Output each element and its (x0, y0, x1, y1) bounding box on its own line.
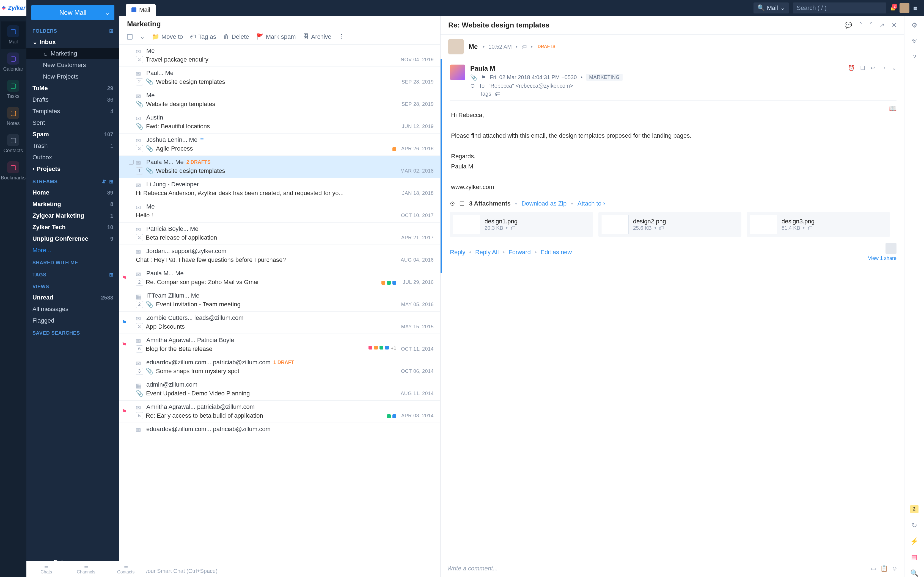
forward-link[interactable]: Forward (509, 249, 531, 256)
sidebar-item[interactable]: ›Projects (26, 163, 120, 175)
add-stream-icon[interactable]: ⊞ (109, 179, 113, 185)
message-row[interactable]: ✉Austin📎Fwd: Beautiful locationsJUN 12, … (120, 111, 440, 134)
sidebar-item[interactable]: Zylgear Marketing1 (26, 210, 120, 221)
reply-link[interactable]: Reply (450, 249, 465, 256)
folder-label[interactable]: MARKETING (586, 74, 623, 81)
rail-notes[interactable]: ▢Notes (1, 103, 26, 130)
bottomrail-channels[interactable]: ☰Channels (66, 561, 106, 577)
editnew-link[interactable]: Edit as new (541, 249, 572, 256)
message-row[interactable]: ⚑✉Zombie Cutters... leads@zillum.com3App… (120, 311, 440, 334)
draft-summary[interactable]: Me • 10:52 AM • 🏷 • DRAFTS (441, 35, 904, 59)
sidebar-item[interactable]: New Projects (26, 71, 120, 82)
row-checkbox[interactable] (129, 160, 134, 164)
apps-grid-icon[interactable]: ▦ (913, 5, 918, 11)
search-icon[interactable]: 🔍 (910, 569, 919, 577)
add-tag-icon[interactable]: ⊞ (109, 272, 113, 278)
chat-icon[interactable]: 💬 (845, 22, 852, 29)
clipboard-icon[interactable]: 📋 (880, 565, 888, 572)
search-input[interactable] (793, 2, 886, 13)
popout-icon[interactable]: ↗ (879, 22, 884, 29)
stream-icon[interactable]: ⇵ (102, 179, 107, 185)
add-folder-icon[interactable]: ⊞ (109, 28, 113, 34)
sidebar-item[interactable]: ⌄Inbox (26, 36, 120, 48)
notifications-icon[interactable]: 🔔2 (890, 5, 896, 11)
reminder-icon[interactable]: ⏰ (848, 64, 855, 97)
replyall-link[interactable]: Reply All (475, 249, 499, 256)
rail-bookmarks[interactable]: ▢Bookmarks (1, 158, 26, 185)
emoji-icon[interactable]: ☺ (892, 565, 898, 572)
message-row[interactable]: ✉Me3Travel package enquiryNOV 04, 2019 (120, 45, 440, 67)
zap-icon[interactable]: ⚡ (910, 537, 919, 545)
sidebar-item[interactable]: Home89 (26, 187, 120, 198)
message-row[interactable]: ✉Joshua Lenin... Me ≡3📎Agile ProcessAPR … (120, 134, 440, 156)
sidebar-item[interactable]: Drafts86 (26, 94, 120, 105)
message-row[interactable]: ▦ITTeam Zillum... Me2📎Event Invitation -… (120, 289, 440, 311)
attachment[interactable]: design2.png25.6 KB • 🏷 (598, 212, 741, 237)
message-row[interactable]: ✉MeHello !OCT 10, 2017 (120, 200, 440, 222)
close-icon[interactable]: ✕ (892, 22, 897, 29)
sidebar-item[interactable]: Templates4 (26, 105, 120, 117)
feedback-icon[interactable]: ▤ (911, 553, 918, 561)
rail-calendar[interactable]: ▢Calendar (1, 48, 26, 76)
badge-icon[interactable]: 2 (910, 505, 919, 513)
help-icon[interactable]: ? (913, 53, 916, 61)
sidebar-item[interactable]: ⤿Marketing (26, 48, 120, 60)
search-scope[interactable]: 🔍 Mail ⌄ (753, 2, 789, 13)
markspam-button[interactable]: 🚩 Mark spam (256, 33, 296, 40)
flag-icon[interactable]: ⚑ (121, 274, 127, 282)
message-row[interactable]: ✉Jordan... support@zylker.comChat : Hey … (120, 245, 440, 267)
prev-icon[interactable]: ˄ (859, 22, 862, 29)
sidebar-item[interactable]: ToMe29 (26, 82, 120, 94)
message-row[interactable]: ✉Paula M... Me 2 DRAFTS1📎Website design … (120, 156, 440, 178)
comment-input[interactable] (447, 565, 867, 572)
reply-icon[interactable]: ↩ (871, 64, 876, 97)
sidebar-item[interactable]: Spam107 (26, 129, 120, 140)
sidebar-item[interactable]: Flagged (26, 315, 120, 326)
new-mail-button[interactable]: New Mail ⌄ (31, 5, 115, 20)
reader-mode-icon[interactable]: 📖 (889, 103, 897, 113)
sidebar-item[interactable]: Marketing8 (26, 198, 120, 210)
attachment[interactable]: design3.png81.4 KB • 🏷 (747, 212, 890, 237)
activity-icon[interactable]: ↻ (912, 522, 917, 529)
message-row[interactable]: ✉Li Jung - DeveloperHi Rebecca Anderson,… (120, 178, 440, 200)
chevron-down-icon[interactable]: ⌄ (140, 33, 145, 40)
message-row[interactable]: ⚑✉Amritha Agrawal... patriciab@zillum.co… (120, 401, 440, 423)
message-row[interactable]: ▦admin@zillum.com📎Event Updated - Demo V… (120, 378, 440, 401)
tab-mail[interactable]: Mail (126, 4, 156, 16)
tagas-button[interactable]: 🏷 Tag as (190, 33, 216, 40)
flag-icon[interactable]: ⚑ (121, 408, 127, 415)
view-shares-link[interactable]: View 1 share (868, 256, 897, 261)
sidebar-item[interactable]: Trash1 (26, 140, 120, 152)
sidebar-item[interactable]: All messages (26, 303, 120, 315)
sidebar-item[interactable]: Zylker Tech10 (26, 221, 120, 233)
rail-contacts[interactable]: ▢Contacts (1, 130, 26, 158)
flag-icon[interactable]: ⚑ (121, 341, 127, 348)
download-zip-link[interactable]: Download as Zip (522, 200, 567, 207)
sidebar-item[interactable]: Unplug Conference9 (26, 233, 120, 245)
user-avatar[interactable] (900, 3, 909, 13)
sidebar-item[interactable]: New Customers (26, 60, 120, 71)
message-row[interactable]: ✉eduardov@zillum.com... patriciab@zillum… (120, 423, 440, 438)
message-row[interactable]: ✉Paul... Me2📎Website design templatesSEP… (120, 67, 440, 89)
sidebar-item[interactable]: More .. (26, 245, 120, 256)
checkbox-icon[interactable]: ☐ (459, 200, 465, 207)
moveto-button[interactable]: 📁 Move to (152, 33, 183, 40)
add-tag-icon[interactable]: 🏷 (495, 91, 501, 97)
message-row[interactable]: ✉Patricia Boyle... Me3Beta release of ap… (120, 222, 440, 245)
message-row[interactable]: ⚑✉Paula M... Me2Re. Comparison page: Zoh… (120, 267, 440, 289)
expand-icon[interactable]: ⊖ (470, 82, 475, 89)
sidebar-item[interactable]: Unread2533 (26, 292, 120, 303)
settings-icon[interactable]: ⚙ (911, 21, 918, 29)
widgets-icon[interactable]: ⩔ (911, 37, 918, 45)
flag-icon[interactable]: ⚑ (481, 74, 486, 81)
attach-to-link[interactable]: Attach to › (577, 200, 605, 207)
sidebar-item[interactable]: Sent (26, 117, 120, 129)
flag-icon[interactable]: ⚑ (121, 319, 127, 326)
message-row[interactable]: ✉eduardov@zillum.com... patriciab@zillum… (120, 356, 440, 378)
forward-icon[interactable]: → (881, 64, 886, 97)
more-icon[interactable]: ⌄ (892, 64, 897, 97)
sidebar-item[interactable]: Outbox (26, 152, 120, 163)
bottomrail-contacts[interactable]: ☰Contacts (106, 561, 146, 577)
attachment[interactable]: design1.png20.3 KB • 🏷 (450, 212, 593, 237)
rail-tasks[interactable]: ▢Tasks (1, 76, 26, 103)
